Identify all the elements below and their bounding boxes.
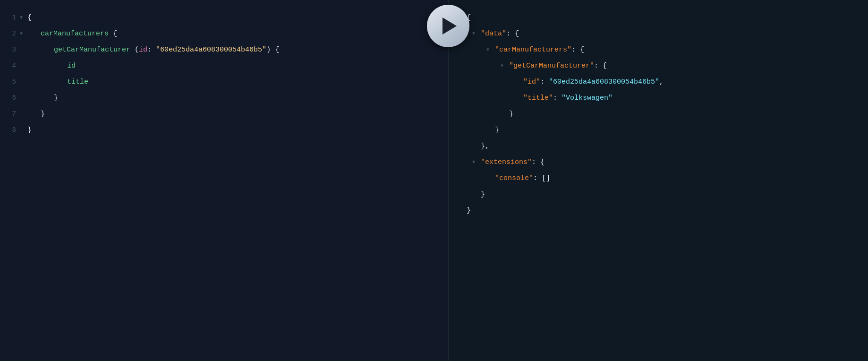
result-tokens: } <box>467 206 471 215</box>
result-collapse-arrow[interactable]: ▼ <box>501 63 506 69</box>
code-tokens: } <box>27 126 32 134</box>
editor-line: 2▼carManufacturers { <box>0 26 448 42</box>
line-number: 3 <box>5 46 16 53</box>
editor-line: 8 } <box>0 122 448 138</box>
result-line: ▼"data": { <box>449 26 868 42</box>
result-tokens: "id": "60ed25da4a608300054b46b5", <box>523 78 664 86</box>
collapse-arrow[interactable]: ▼ <box>20 15 26 20</box>
play-icon <box>443 17 457 34</box>
result-line: ▼"carManufacturers": { <box>449 42 868 58</box>
line-number: 2 <box>5 30 16 37</box>
editor-line: 1▼{ <box>0 9 448 26</box>
result-line: } <box>449 122 868 138</box>
collapse-arrow[interactable]: ▼ <box>20 31 26 36</box>
line-number: 8 <box>5 126 16 134</box>
editor-line: 5 title <box>0 74 448 90</box>
result-tokens: "console": [] <box>495 174 550 182</box>
editor-panel: 1▼{2▼carManufacturers {3 getCarManufactu… <box>0 0 449 361</box>
result-collapse-arrow[interactable]: ▼ <box>486 47 492 52</box>
result-tokens: "carManufacturers": { <box>495 46 584 54</box>
result-tokens: } <box>495 126 499 134</box>
result-tokens: "title": "Volkswagen" <box>523 94 613 102</box>
code-tokens: { <box>27 14 32 22</box>
editor-code: 1▼{2▼carManufacturers {3 getCarManufactu… <box>0 9 448 138</box>
line-number: 6 <box>5 94 16 102</box>
result-collapse-arrow[interactable]: ▼ <box>472 160 478 165</box>
code-tokens: carManufacturers { <box>41 30 117 38</box>
line-number: 4 <box>5 62 16 69</box>
editor-line: 3 getCarManufacturer (id: "60ed25da4a608… <box>0 42 448 58</box>
run-query-button[interactable] <box>427 5 469 47</box>
result-line: } <box>449 202 868 218</box>
code-tokens: title <box>67 78 88 86</box>
result-tokens: } <box>509 110 513 118</box>
result-line: ▼"extensions": { <box>449 154 868 170</box>
result-collapse-arrow[interactable]: ▼ <box>472 31 478 36</box>
result-line: }, <box>449 138 868 154</box>
result-line: ▼{ <box>449 9 868 26</box>
result-tokens: } <box>481 190 485 198</box>
result-tokens: "extensions": { <box>481 158 545 166</box>
result-tokens: }, <box>481 142 489 150</box>
result-line: "title": "Volkswagen" <box>449 90 868 106</box>
code-tokens: } <box>54 94 58 102</box>
code-tokens: } <box>41 110 45 118</box>
result-line: } <box>449 186 868 202</box>
editor-line: 6 } <box>0 90 448 106</box>
result-line: } <box>449 106 868 122</box>
result-code: ▼{▼"data": {▼"carManufacturers": {▼"getC… <box>449 9 868 218</box>
result-line: ▼"getCarManufacturer": { <box>449 58 868 74</box>
line-number: 7 <box>5 110 16 118</box>
code-tokens: id <box>67 62 76 70</box>
code-tokens: getCarManufacturer (id: "60ed25da4a60830… <box>54 46 279 54</box>
result-tokens: "data": { <box>481 30 519 38</box>
result-line: "console": [] <box>449 170 868 186</box>
editor-line: 4 id <box>0 58 448 74</box>
result-tokens: "getCarManufacturer": { <box>509 62 607 70</box>
editor-line: 7 } <box>0 106 448 122</box>
result-panel: ▼{▼"data": {▼"carManufacturers": {▼"getC… <box>449 0 868 361</box>
line-number: 1 <box>5 14 16 21</box>
line-number: 5 <box>5 78 16 86</box>
result-line: "id": "60ed25da4a608300054b46b5", <box>449 74 868 90</box>
